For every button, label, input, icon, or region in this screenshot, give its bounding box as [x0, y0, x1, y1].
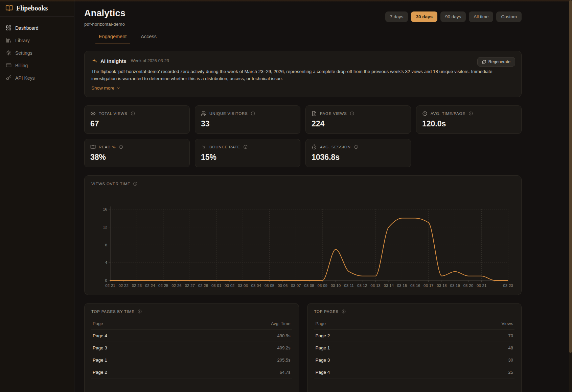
svg-text:02-28: 02-28 — [198, 284, 208, 288]
range-all-time-button[interactable]: All time — [469, 11, 493, 22]
ai-insights-title: AI Insights — [100, 58, 127, 64]
table-row: Page 264.7s — [91, 366, 292, 378]
dashboard-icon — [6, 25, 12, 31]
top-pages-card: TOP PAGES Page Views Page 270 Page 148 P… — [307, 303, 522, 392]
svg-text:03-14: 03-14 — [384, 284, 394, 288]
show-more-link[interactable]: Show more — [91, 85, 120, 91]
table-title: TOP PAGES — [314, 310, 339, 314]
svg-text:02-25: 02-25 — [158, 284, 168, 288]
column-header-page: Page — [316, 321, 326, 326]
key-icon — [6, 75, 12, 81]
stats-row-1: TOTAL VIEWS 67 UNIQUE VISITORS 33 PAGE V… — [84, 105, 522, 134]
arrow-down-right-icon — [201, 144, 206, 150]
regenerate-button[interactable]: Regenerate — [477, 57, 515, 67]
info-icon[interactable] — [354, 145, 359, 149]
column-header-avg-time: Avg. Time — [271, 321, 291, 326]
svg-text:03-11: 03-11 — [344, 284, 354, 288]
top-pages-by-time-card: TOP PAGES BY TIME Page Avg. Time Page 44… — [84, 303, 299, 392]
range-custom-button[interactable]: Custom — [496, 11, 522, 22]
file-text-icon — [312, 111, 317, 116]
page-value: 64.7s — [280, 370, 291, 375]
info-icon[interactable] — [137, 309, 142, 314]
ai-insights-week: Week of 2026-03-23 — [131, 58, 169, 63]
credit-card-icon — [6, 63, 12, 68]
range-30-days-button[interactable]: 30 days — [411, 11, 437, 22]
page-name: Page 2 — [93, 370, 107, 375]
svg-text:03-21: 03-21 — [477, 284, 486, 288]
stat-value: 33 — [201, 119, 294, 128]
info-icon[interactable] — [119, 145, 123, 149]
timer-icon — [312, 144, 317, 150]
column-header-views: Views — [502, 321, 513, 326]
svg-text:02-27: 02-27 — [185, 284, 195, 288]
info-icon[interactable] — [131, 111, 135, 116]
svg-text:02-24: 02-24 — [145, 284, 155, 288]
sidebar-item-label: API Keys — [15, 75, 35, 81]
page-value: 409.2s — [277, 345, 290, 350]
scrollbar-track[interactable] — [569, 0, 572, 392]
svg-text:03-12: 03-12 — [357, 284, 367, 288]
sidebar-item-dashboard[interactable]: Dashboard — [3, 22, 71, 34]
tab-engagement[interactable]: Engagement — [95, 34, 130, 44]
table-row: Page 425 — [314, 366, 515, 378]
page-title: Analytics — [84, 8, 125, 19]
info-icon[interactable] — [251, 111, 255, 116]
stat-card-unique-visitors: UNIQUE VISITORS 33 — [195, 105, 300, 134]
svg-text:03-17: 03-17 — [424, 284, 433, 288]
svg-text:02-26: 02-26 — [171, 284, 181, 288]
book-open-icon — [90, 144, 96, 150]
ai-insights-card: AI Insights Week of 2026-03-23 Regenerat… — [84, 51, 522, 97]
info-icon[interactable] — [350, 111, 354, 116]
gear-icon — [6, 50, 12, 56]
table-row: Page 270 — [314, 330, 515, 342]
sidebar-item-library[interactable]: Library — [3, 34, 71, 47]
svg-text:03-01: 03-01 — [211, 284, 221, 288]
sidebar-item-label: Library — [15, 38, 30, 43]
stat-value: 67 — [90, 119, 184, 128]
clock-icon — [422, 111, 428, 116]
page-subtitle: pdf-horizontal-demo — [84, 22, 125, 27]
page-name: Page 2 — [316, 333, 330, 338]
svg-text:03-13: 03-13 — [370, 284, 380, 288]
svg-text:8: 8 — [105, 243, 107, 247]
svg-text:4: 4 — [105, 261, 108, 265]
app-window: Flipebooks Dashboard Library Settings Bi… — [0, 0, 572, 392]
tab-bar: Engagement Access — [84, 34, 522, 44]
info-icon[interactable] — [243, 145, 248, 149]
info-icon[interactable] — [133, 181, 138, 186]
page-value: 25 — [508, 370, 513, 375]
refresh-icon — [482, 60, 486, 64]
main-content: Analytics pdf-horizontal-demo 7 days 30 … — [74, 0, 572, 392]
table-title: TOP PAGES BY TIME — [91, 310, 135, 314]
range-90-days-button[interactable]: 90 days — [440, 11, 466, 22]
range-7-days-button[interactable]: 7 days — [385, 11, 408, 22]
page-name: Page 4 — [93, 333, 107, 338]
sidebar-item-label: Settings — [15, 50, 32, 56]
sidebar-item-billing[interactable]: Billing — [3, 59, 71, 72]
ai-insights-body: The flipbook 'pdf-horizontal-demo' recor… — [91, 68, 507, 82]
svg-text:0: 0 — [105, 278, 107, 283]
svg-text:02-22: 02-22 — [118, 284, 128, 288]
info-icon[interactable] — [341, 309, 346, 314]
stat-value: 224 — [312, 119, 405, 128]
svg-text:03-09: 03-09 — [317, 284, 327, 288]
table-row: Page 3409.2s — [91, 342, 292, 354]
info-icon[interactable] — [468, 111, 473, 116]
page-name: Page 3 — [93, 345, 107, 350]
tab-access[interactable]: Access — [137, 34, 160, 44]
stat-value: 38% — [90, 153, 184, 162]
scrollbar-thumb[interactable] — [569, 0, 572, 353]
stat-label: PAGE VIEWS — [320, 112, 347, 116]
bottom-tables: TOP PAGES BY TIME Page Avg. Time Page 44… — [84, 303, 522, 392]
views-over-time-chart[interactable]: 048121602-2102-2202-2302-2402-2502-2602-… — [91, 190, 515, 289]
library-icon — [6, 38, 12, 43]
sidebar-item-settings[interactable]: Settings — [3, 47, 71, 59]
chart-title: VIEWS OVER TIME — [91, 182, 130, 186]
sidebar-item-api-keys[interactable]: API Keys — [3, 72, 71, 84]
page-value: 205.5s — [277, 358, 290, 363]
svg-text:03-02: 03-02 — [225, 284, 234, 288]
table-header: Page Avg. Time — [91, 318, 292, 330]
brand: Flipebooks — [0, 0, 74, 17]
table-row: Page 4490.9s — [91, 330, 292, 342]
sidebar-item-label: Dashboard — [15, 25, 39, 31]
